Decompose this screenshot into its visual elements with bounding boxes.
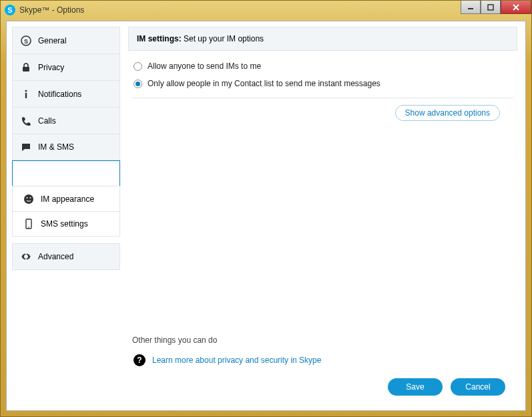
sidebar-item-advanced[interactable]: Advanced: [12, 243, 120, 270]
svg-point-10: [27, 197, 28, 198]
skype-logo-icon: S: [5, 5, 15, 15]
radio-allow-anyone[interactable]: Allow anyone to send IMs to me: [132, 60, 513, 78]
sidebar-item-label: Advanced: [38, 252, 73, 261]
maximize-button[interactable]: [481, 1, 501, 14]
gear-icon: [21, 251, 31, 262]
panel-body: Allow anyone to send IMs to me Only allo…: [128, 51, 517, 372]
svg-text:S: S: [24, 37, 28, 44]
learn-more-link[interactable]: Learn more about privacy and security in…: [152, 356, 321, 365]
footer: Save Cancel: [128, 372, 517, 405]
sidebar: S General Privacy Notifications: [7, 21, 120, 410]
radio-label: Only allow people in my Contact list to …: [148, 79, 380, 88]
lock-icon: [21, 62, 31, 73]
window-title: Skype™ - Options: [19, 5, 84, 15]
sidebar-item-sms-settings[interactable]: SMS settings: [12, 211, 120, 237]
sidebar-item-im-appearance[interactable]: IM appearance: [12, 186, 120, 211]
sidebar-item-privacy[interactable]: Privacy: [12, 53, 120, 80]
sidebar-item-label: IM settings: [41, 169, 79, 178]
sidebar-item-label: IM & SMS: [38, 142, 74, 152]
help-icon: ?: [134, 354, 146, 366]
window-controls: [461, 1, 531, 14]
cancel-button[interactable]: Cancel: [451, 378, 505, 396]
main-panel: IM settings: Set up your IM options Allo…: [120, 21, 525, 410]
panel-header-subtitle: Set up your IM options: [182, 34, 264, 43]
chat-icon: [23, 168, 34, 179]
learn-more-row: ? Learn more about privacy and security …: [132, 354, 513, 366]
other-things-title: Other things you can do: [132, 335, 513, 345]
phone-icon: [21, 116, 31, 126]
window-frame: S Skype™ - Options S General: [0, 0, 532, 417]
divider: [132, 98, 513, 98]
sidebar-item-label: General: [38, 36, 67, 45]
skype-icon: S: [21, 35, 31, 46]
sidebar-gap: [12, 237, 120, 243]
panel-header-title: IM settings:: [137, 34, 182, 43]
svg-rect-8: [25, 93, 27, 98]
sidebar-item-label: Privacy: [38, 63, 64, 72]
sidebar-item-general[interactable]: S General: [12, 27, 120, 53]
sidebar-item-label: SMS settings: [41, 219, 88, 229]
radio-icon: [134, 62, 142, 71]
smiley-icon: [23, 194, 34, 204]
svg-point-7: [25, 90, 27, 92]
radio-icon: [134, 80, 142, 88]
titlebar: S Skype™ - Options: [1, 1, 531, 19]
sidebar-item-label: IM appearance: [41, 194, 94, 204]
save-button[interactable]: Save: [388, 378, 443, 396]
svg-point-13: [28, 227, 29, 228]
sidebar-item-im-sms[interactable]: IM & SMS: [12, 134, 120, 160]
radio-label: Allow anyone to send IMs to me: [148, 61, 261, 71]
svg-rect-1: [488, 5, 493, 10]
info-icon: [21, 89, 31, 100]
content-area: S General Privacy Notifications: [6, 21, 526, 411]
maximize-icon: [487, 4, 494, 11]
radio-contacts-only[interactable]: Only allow people in my Contact list to …: [132, 78, 513, 95]
mobile-icon: [23, 219, 34, 229]
minimize-icon: [467, 4, 474, 11]
svg-point-9: [24, 194, 33, 204]
chat-icon: [21, 142, 31, 152]
sidebar-item-notifications[interactable]: Notifications: [12, 80, 120, 107]
sidebar-item-label: Notifications: [38, 90, 81, 99]
main-split: S General Privacy Notifications: [7, 21, 525, 410]
panel-header: IM settings: Set up your IM options: [128, 27, 517, 51]
advanced-wrap: Show advanced options: [132, 105, 513, 121]
sidebar-item-calls[interactable]: Calls: [12, 107, 120, 134]
svg-point-11: [30, 197, 31, 198]
sidebar-item-im-settings[interactable]: IM settings: [12, 160, 120, 186]
svg-rect-6: [23, 67, 29, 72]
show-advanced-button[interactable]: Show advanced options: [395, 105, 500, 121]
spacer: [132, 121, 513, 335]
sidebar-item-label: Calls: [38, 116, 56, 126]
close-icon: [512, 4, 520, 11]
close-button[interactable]: [501, 1, 531, 14]
minimize-button[interactable]: [461, 1, 481, 14]
